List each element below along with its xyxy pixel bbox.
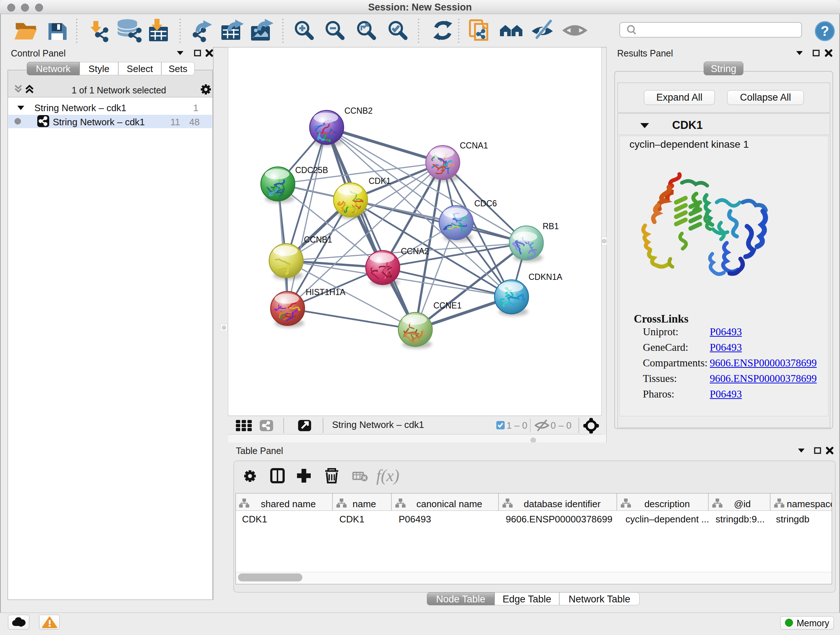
- svg-text:shared name: shared name: [261, 499, 316, 509]
- svg-text:description: description: [644, 499, 690, 509]
- svg-text:CDC6: CDC6: [474, 199, 497, 208]
- svg-text:CCNE1: CCNE1: [433, 301, 462, 310]
- svg-text:name: name: [352, 499, 376, 509]
- svg-text:CDKN1A: CDKN1A: [529, 272, 562, 282]
- svg-text:@id: @id: [734, 499, 751, 509]
- svg-text:CDC25B: CDC25B: [295, 165, 328, 175]
- svg-text:?: ?: [821, 24, 829, 39]
- svg-text:namespace: namespace: [787, 499, 832, 509]
- svg-text:f(x): f(x): [376, 466, 399, 485]
- svg-text:database identifier: database identifier: [524, 499, 601, 509]
- svg-text:canonical name: canonical name: [416, 499, 482, 509]
- svg-text:CCNB1: CCNB1: [304, 235, 332, 244]
- svg-text:CCNA2: CCNA2: [401, 247, 429, 256]
- svg-text:CCNB2: CCNB2: [344, 106, 373, 116]
- svg-text:RB1: RB1: [543, 222, 559, 231]
- svg-text:HIST1H1A: HIST1H1A: [306, 287, 346, 297]
- svg-text:CCNA1: CCNA1: [460, 141, 488, 150]
- svg-text:CDK1: CDK1: [369, 176, 391, 186]
